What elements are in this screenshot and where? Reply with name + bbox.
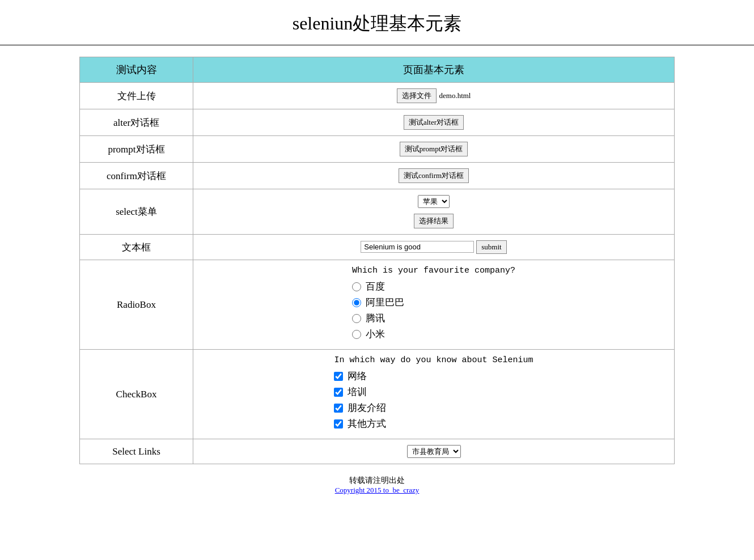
title-divider <box>0 45 754 45</box>
select-menu-cell: 苹果 香蕉 橙子 葡萄 选择结果 <box>202 195 666 228</box>
label-file-upload: 文件上传 <box>80 83 193 109</box>
footer-notice: 转载请注明出处 <box>0 476 754 486</box>
radio-tencent[interactable] <box>352 314 361 323</box>
header-col1: 测试内容 <box>80 57 193 83</box>
label-alter: alter对话框 <box>80 109 193 136</box>
label-text-input: 文本框 <box>80 235 193 260</box>
submit-button[interactable]: submit <box>476 240 506 254</box>
content-file-upload: 选择文件 demo.html <box>193 83 675 109</box>
checkbox-question: In which way do you know about Selenium <box>334 355 533 365</box>
content-radiobox: Which is your favourite company? 百度 阿里巴巴… <box>193 260 675 350</box>
content-select-menu: 苹果 香蕉 橙子 葡萄 选择结果 <box>193 189 675 235</box>
table-row-text-input: 文本框 submit <box>80 235 675 260</box>
checkbox-peixun[interactable] <box>334 388 343 397</box>
choose-file-button[interactable]: 选择文件 <box>397 88 437 103</box>
label-radiobox: RadioBox <box>80 260 193 350</box>
content-select-links: 市县教育局 省级教育局 国家教育部 <box>193 439 675 464</box>
table-row-confirm: confirm对话框 测试confirm对话框 <box>80 163 675 189</box>
checkbox-group: In which way do you know about Selenium … <box>334 355 533 433</box>
header-col2: 页面基本元素 <box>193 57 675 83</box>
table-row-radiobox: RadioBox Which is your favourite company… <box>80 260 675 350</box>
radio-question: Which is your favourite company? <box>352 266 515 275</box>
confirm-button[interactable]: 测试confirm对话框 <box>399 168 469 183</box>
prompt-button[interactable]: 测试prompt对话框 <box>400 142 468 156</box>
checkbox-wangluo[interactable] <box>334 372 343 381</box>
radio-xiaomi[interactable] <box>352 330 361 339</box>
radio-label-xiaomi: 小米 <box>366 328 385 341</box>
radio-item-xiaomi: 小米 <box>352 328 515 341</box>
checkbox-label-pengyou: 朋友介绍 <box>348 401 386 414</box>
alter-button[interactable]: 测试alter对话框 <box>404 115 464 130</box>
radio-label-alibaba: 阿里巴巴 <box>366 296 404 309</box>
checkbox-label-qita: 其他方式 <box>348 417 386 430</box>
radio-alibaba[interactable] <box>352 298 361 307</box>
label-confirm: confirm对话框 <box>80 163 193 189</box>
main-table: 测试内容 页面基本元素 文件上传 选择文件 demo.html alter对话框 <box>79 57 675 464</box>
fruit-select[interactable]: 苹果 香蕉 橙子 葡萄 <box>418 195 450 208</box>
footer: 转载请注明出处 Copyright 2015 to_be_crazy <box>0 476 754 506</box>
radio-group: Which is your favourite company? 百度 阿里巴巴… <box>352 266 515 343</box>
table-row-select-menu: select菜单 苹果 香蕉 橙子 葡萄 选择结果 <box>80 189 675 235</box>
file-upload-area: 选择文件 demo.html <box>202 88 666 103</box>
radio-baidu[interactable] <box>352 282 361 291</box>
checkbox-label-peixun: 培训 <box>348 385 367 398</box>
checkbox-label-wangluo: 网络 <box>348 370 367 383</box>
content-prompt: 测试prompt对话框 <box>193 136 675 163</box>
table-row-alter: alter对话框 测试alter对话框 <box>80 109 675 136</box>
checkbox-qita[interactable] <box>334 419 343 429</box>
table-row-prompt: prompt对话框 测试prompt对话框 <box>80 136 675 163</box>
table-row-checkbox: CheckBox In which way do you know about … <box>80 350 675 439</box>
content-alter: 测试alter对话框 <box>193 109 675 136</box>
file-name-display: demo.html <box>439 91 471 100</box>
checkbox-item-pengyou: 朋友介绍 <box>334 401 533 414</box>
radio-label-baidu: 百度 <box>366 280 385 293</box>
checkbox-item-qita: 其他方式 <box>334 417 533 430</box>
table-row-select-links: Select Links 市县教育局 省级教育局 国家教育部 <box>80 439 675 464</box>
radio-label-tencent: 腾讯 <box>366 312 385 325</box>
label-checkbox: CheckBox <box>80 350 193 439</box>
text-field[interactable] <box>361 241 474 253</box>
checkbox-item-wangluo: 网络 <box>334 370 533 383</box>
table-header-row: 测试内容 页面基本元素 <box>80 57 675 83</box>
select-result-button[interactable]: 选择结果 <box>414 214 454 228</box>
content-text-input: submit <box>193 235 675 260</box>
main-container: 测试内容 页面基本元素 文件上传 选择文件 demo.html alter对话框 <box>79 57 675 464</box>
label-select-menu: select菜单 <box>80 189 193 235</box>
links-select[interactable]: 市县教育局 省级教育局 国家教育部 <box>407 445 461 458</box>
radio-item-alibaba: 阿里巴巴 <box>352 296 515 309</box>
content-confirm: 测试confirm对话框 <box>193 163 675 189</box>
label-select-links: Select Links <box>80 439 193 464</box>
label-prompt: prompt对话框 <box>80 136 193 163</box>
content-checkbox: In which way do you know about Selenium … <box>193 350 675 439</box>
checkbox-pengyou[interactable] <box>334 404 343 413</box>
page-title: seleniun处理基本元素 <box>0 0 754 45</box>
radio-item-tencent: 腾讯 <box>352 312 515 325</box>
radio-item-baidu: 百度 <box>352 280 515 293</box>
table-row-file-upload: 文件上传 选择文件 demo.html <box>80 83 675 109</box>
footer-copyright[interactable]: Copyright 2015 to_be_crazy <box>335 486 420 494</box>
checkbox-item-peixun: 培训 <box>334 385 533 398</box>
